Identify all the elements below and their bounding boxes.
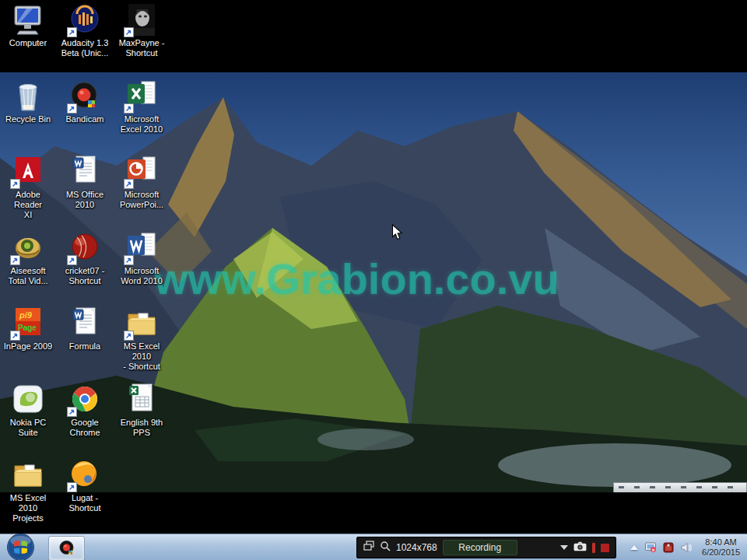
- desktop-icon-label: Audacity 1.3 Beta (Unic...: [58, 38, 112, 58]
- show-hidden-icons-button[interactable]: [630, 545, 638, 550]
- clock-time: 8:40 AM: [702, 537, 740, 548]
- desktop-icon-label: Microsoft Word 2010: [114, 266, 169, 286]
- desktop-icon-label: InPage 2009: [1, 341, 55, 352]
- windows-orb-icon: [6, 533, 35, 560]
- camera-icon[interactable]: [573, 541, 587, 555]
- desktop-icon-label: Adobe Reader XI: [1, 190, 55, 220]
- magnifier-icon[interactable]: [380, 541, 391, 555]
- lugat-icon: [66, 458, 103, 492]
- record-stop-icon[interactable]: [601, 544, 609, 552]
- taskbar: 1024x768 Recording 8:40 AM 6/20/2015: [0, 534, 747, 560]
- computer-icon: [9, 3, 47, 37]
- maxpayne-icon: [123, 3, 160, 37]
- svg-text:pi9: pi9: [19, 310, 33, 320]
- desktop-icon-label: Formula: [58, 341, 112, 352]
- excel-icon: [123, 79, 160, 114]
- desktop-icon-label: MaxPayne - Shortcut: [114, 38, 169, 58]
- shortcut-arrow-icon: [124, 27, 134, 37]
- desktop-icon-ms-office-2010[interactable]: MS Office 2010: [58, 155, 112, 210]
- record-pause-icon[interactable]: [592, 543, 595, 553]
- powerpoint-icon: [123, 155, 160, 189]
- folder-icon: [9, 458, 47, 492]
- recorder-tray-icon[interactable]: [662, 541, 675, 554]
- desktop-icon-bandicam[interactable]: Bandicam: [58, 79, 112, 124]
- desktop-icon-maxpayne[interactable]: MaxPayne - Shortcut: [114, 3, 169, 58]
- shortcut-arrow-icon: [67, 27, 77, 37]
- desktop-icon-inpage-2009[interactable]: pi9PageInPage 2009: [1, 306, 55, 352]
- tray-icons: [644, 541, 693, 554]
- notification-area: 8:40 AM 6/20/2015: [630, 534, 747, 560]
- folder-icon: [123, 306, 160, 341]
- taskbar-clock[interactable]: 8:40 AM 6/20/2015: [699, 537, 740, 558]
- clock-date: 6/20/2015: [702, 548, 740, 558]
- desktop-icon-label: MS Excel 2010 Projects: [1, 493, 55, 523]
- desktop-icon-microsoft-powerpoint[interactable]: Microsoft PowerPoi...: [114, 155, 169, 210]
- desktop-icon-nokia-pc-suite[interactable]: Nokia PC Suite: [1, 383, 55, 438]
- desktop-icon-aiseesoft-total-video[interactable]: Aiseesoft Total Vid...: [1, 231, 55, 286]
- desktop-icon-microsoft-excel-2010[interactable]: Microsoft Excel 2010: [114, 79, 169, 135]
- recycle-bin-icon: [9, 79, 47, 114]
- word-doc-icon: [66, 155, 103, 189]
- desktop-icon-label: Aiseesoft Total Vid...: [1, 266, 55, 286]
- desktop-icon-ms-excel-2010-projects[interactable]: MS Excel 2010 Projects: [1, 458, 55, 523]
- desktop-icon-label: MS Excel 2010 - Shortcut: [114, 341, 169, 372]
- shortcut-arrow-icon: [124, 103, 134, 114]
- shortcut-arrow-icon: [124, 255, 134, 265]
- inpage-icon: pi9Page: [9, 306, 47, 341]
- desktop-screen: www.Grabion.co.vu ComputerAudacity 1.3 B…: [0, 0, 747, 560]
- desktop-icon-label: Computer: [1, 38, 55, 48]
- desktop-icon-label: Lugat - Shortcut: [58, 493, 112, 513]
- desktop-icon-label: Microsoft Excel 2010: [114, 114, 169, 135]
- taskbar-button-bandicam[interactable]: [48, 536, 85, 560]
- desktop-icon-audacity[interactable]: Audacity 1.3 Beta (Unic...: [58, 3, 112, 58]
- letterbox-bottom-band: [0, 492, 747, 534]
- capture-resolution: 1024x768: [396, 542, 437, 553]
- desktop-icon-adobe-reader-xi[interactable]: Adobe Reader XI: [1, 155, 55, 220]
- video-watermark: www.Grabion.co.vu: [154, 254, 559, 304]
- desktop-icon-label: MS Office 2010: [58, 190, 112, 210]
- desktop-icon-microsoft-word-2010[interactable]: Microsoft Word 2010: [114, 231, 169, 286]
- letterbox-top-band: [0, 0, 747, 72]
- recording-status: Recording: [443, 540, 517, 555]
- chrome-icon: [66, 383, 103, 417]
- shortcut-arrow-icon: [67, 482, 77, 492]
- desktop-icon-formula[interactable]: Formula: [58, 306, 112, 352]
- word-doc-icon: [66, 306, 103, 341]
- bandicam-icon: [66, 79, 103, 114]
- desktop-icon-label: Google Chrome: [58, 418, 112, 438]
- shortcut-arrow-icon: [10, 331, 20, 341]
- desktop-icon-label: Nokia PC Suite: [1, 418, 55, 438]
- shortcut-arrow-icon: [124, 331, 134, 341]
- desktop-icon-label: cricket07 - Shortcut: [58, 266, 112, 286]
- desktop-icon-label: Bandicam: [58, 114, 112, 124]
- desktop-icon-cricket07[interactable]: cricket07 - Shortcut: [58, 231, 112, 286]
- desktop-icon-label: English 9th PPS: [114, 418, 169, 438]
- start-button[interactable]: [6, 533, 35, 560]
- desktop-icon-recycle-bin[interactable]: Recycle Bin: [1, 79, 55, 124]
- dropdown-icon[interactable]: [560, 545, 568, 550]
- excel-doc-icon: [123, 383, 160, 417]
- desktop-icon-google-chrome[interactable]: Google Chrome: [58, 383, 112, 438]
- shortcut-arrow-icon: [10, 255, 20, 265]
- shortcut-arrow-icon: [67, 407, 77, 417]
- volume-icon[interactable]: [680, 541, 693, 554]
- hidden-window-edge[interactable]: [613, 482, 747, 492]
- bandicam-tray-icon[interactable]: [644, 541, 657, 554]
- desktop-icon-lugat[interactable]: Lugat - Shortcut: [58, 458, 112, 513]
- desktop-icon-label: Recycle Bin: [1, 114, 55, 124]
- window-edge-marks: [619, 486, 742, 488]
- shortcut-arrow-icon: [67, 103, 77, 114]
- bandicam-recorder-bar: 1024x768 Recording: [356, 537, 616, 558]
- target-window-icon[interactable]: [363, 541, 374, 555]
- adobe-reader-icon: [9, 155, 47, 189]
- desktop-icon-ms-excel-2010-shortcut[interactable]: MS Excel 2010 - Shortcut: [114, 306, 169, 372]
- audacity-icon: [66, 3, 103, 37]
- desktop-icon-english-9th-pps[interactable]: English 9th PPS: [114, 383, 169, 438]
- shortcut-arrow-icon: [10, 179, 20, 189]
- mouse-cursor-icon: [391, 224, 403, 241]
- desktop-icon-label: Microsoft PowerPoi...: [114, 190, 169, 210]
- nokia-icon: [9, 383, 47, 417]
- desktop-icon-computer[interactable]: Computer: [1, 3, 55, 48]
- aiseesoft-icon: [9, 231, 47, 265]
- bandicam-icon: [57, 539, 77, 558]
